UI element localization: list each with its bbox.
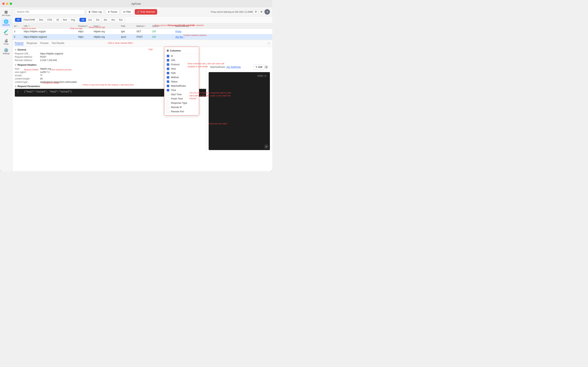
col-label-host: Host [171, 67, 176, 70]
col-option-protocol[interactable]: ✓ Protocol [164, 62, 199, 67]
col-option-id[interactable]: ✓ Id [164, 54, 199, 58]
detail-remote-address: Remote Address : 3.218.7.103:443 [15, 59, 270, 62]
filter-tab-2xx[interactable]: 2xx [94, 18, 102, 22]
tab-test-results[interactable]: Test Results [51, 42, 64, 45]
col-option-response-type[interactable]: Response Type [164, 101, 199, 105]
proxy-icons: ☰ ⊞ [253, 9, 264, 14]
rule-matched-button[interactable]: 🔗 Rule Matched [135, 9, 157, 15]
proxy-icon-grid[interactable]: ⊞ [259, 9, 264, 14]
proxy-icon-list[interactable]: ☰ [253, 9, 258, 14]
sidebar-label-prints: Prints [4, 43, 9, 45]
td-url: https://httpbin.org/post [22, 36, 77, 38]
maximize-button[interactable] [10, 2, 12, 5]
th-id[interactable]: Id ⇅ [12, 25, 22, 27]
editor-icon-btn-1[interactable]: ⊟⊟⊟ [258, 74, 262, 78]
filter-tab-all-type[interactable]: All [15, 18, 22, 22]
td-matched-rules[interactable]: Api Test Prints [174, 36, 187, 38]
th-method[interactable]: Method ⇅ [135, 25, 151, 27]
col-option-status[interactable]: ✓ Status [164, 80, 199, 84]
table-row-selected[interactable]: 5 https://httpbin.org/post https: httpbi… [12, 34, 272, 40]
col-checkbox-finish-time [167, 97, 169, 100]
search-input[interactable] [15, 9, 85, 15]
minimize-button[interactable] [6, 2, 8, 5]
params-chevron: ▼ [15, 85, 17, 87]
sidebar-item-settings[interactable]: ⚙️ Settings [1, 47, 12, 56]
tab-request[interactable]: Request [15, 42, 24, 45]
request-url-label: Request URL : [15, 52, 40, 55]
table-row[interactable]: 3 https://httpbin.org/get https: httpbin… [12, 29, 272, 34]
status-filter-group: All 1xx 2xx 3xx 4xx 5xx [79, 18, 125, 22]
filter-button[interactable]: ⊟ Filter [121, 9, 133, 15]
filter-tab-all-status[interactable]: All [80, 18, 86, 22]
col-label-path: Path [171, 72, 176, 75]
rule-matched-icon: 🔗 [137, 10, 140, 13]
pause-button[interactable]: ⏸ Pause [105, 9, 119, 15]
th-host[interactable]: Host ⇅ [92, 25, 119, 27]
sidebar-item-network[interactable]: 🌐 Network [1, 18, 12, 27]
user-avatar[interactable]: J [264, 9, 270, 15]
filter-tab-js[interactable]: JS [54, 18, 61, 22]
col-option-remote-ip[interactable]: Remote IP [164, 105, 199, 109]
filter-tab-css[interactable]: CSS [45, 18, 54, 22]
th-path[interactable]: Path [119, 25, 135, 27]
tab-preview[interactable]: Preview [40, 42, 49, 45]
user-agent-value: curl/8.7.1 [40, 71, 50, 74]
th-url[interactable]: URL ⇅ [22, 25, 77, 27]
col-option-path[interactable]: ✓ Path [164, 71, 199, 75]
col-option-finish-time[interactable]: Finish Time [164, 97, 199, 101]
matched-rules-header-row: MatchedRules: Api TestPrints ✎ Edit ✕ [209, 64, 270, 71]
td-status: 200 [151, 30, 174, 33]
filter-tab-4xx[interactable]: 4xx [109, 18, 117, 22]
filter-tab-font[interactable]: font [61, 18, 69, 22]
col-checkbox-method: ✓ [167, 76, 169, 79]
col-option-remote-port[interactable]: Remote Port [164, 109, 199, 114]
matched-rule-link[interactable]: Api TestPrints [227, 66, 241, 68]
col-option-start-time[interactable]: Start Time [164, 92, 199, 97]
col-option-matched-rules[interactable]: ✓ MatchedRules [164, 84, 199, 88]
filter-tab-3xx[interactable]: 3xx [102, 18, 109, 22]
filter-tab-doc[interactable]: Doc [37, 18, 45, 22]
edit-button[interactable]: ✎ Edit [253, 65, 264, 70]
user-initial: J [267, 10, 268, 13]
col-option-time[interactable]: ✓ Time [164, 88, 199, 92]
general-chevron: ▼ [15, 49, 17, 51]
td-matched-rules[interactable]: Prints [174, 30, 187, 33]
col-option-url[interactable]: ✓ URL [164, 58, 199, 62]
sidebar-item-api-rules[interactable]: ⊞ API Rules [1, 9, 12, 18]
editor-toolbar: ⊟⊟⊟ ⊡ [211, 74, 268, 78]
col-checkbox-status: ✓ [167, 80, 169, 83]
filter-tab-1xx[interactable]: 1xx [86, 18, 94, 22]
section-general-header[interactable]: ▼ General [15, 48, 270, 51]
col-label-protocol: Protocol [171, 63, 179, 66]
tab-response[interactable]: Response [27, 42, 37, 45]
pause-label: Pause [111, 10, 117, 13]
close-panel-button[interactable]: ✕ [264, 65, 268, 69]
editor-icon-btn-2[interactable]: ⊡ [263, 74, 268, 78]
th-status[interactable]: Status ⇅ [151, 25, 174, 27]
col-label-response-type: Response Type [171, 102, 187, 104]
col-checkbox-path: ✓ [167, 72, 169, 75]
th-protocol[interactable]: Protocol ⇅ [77, 25, 92, 27]
api-rules-icon: ⊞ [4, 10, 8, 14]
filter-tab-img[interactable]: Img [69, 18, 77, 22]
sidebar-label-network: Network [2, 24, 10, 26]
request-method-label: Request Method : [15, 56, 40, 58]
th-matched-rules[interactable]: MatchedRules [174, 25, 187, 27]
sidebar-label-settings: Settings [2, 52, 9, 55]
col-option-method[interactable]: ✓ Method [164, 75, 199, 80]
traffic-lights [2, 2, 12, 5]
filter-tab-5xx[interactable]: 5xx [117, 18, 125, 22]
clear-log-button[interactable]: 🗑 Clear Log [86, 9, 104, 15]
settings-icon: ⚙️ [4, 48, 8, 52]
close-button[interactable] [2, 2, 5, 5]
col-label-url: URL [171, 59, 176, 62]
sidebar-item-test[interactable]: 🧪 Test [1, 28, 12, 37]
main-content: 🗑 Clear Log ⏸ Pause ⊟ Filter 🔗 Rule Matc… [12, 7, 272, 171]
fullscreen-button[interactable]: ⤢ [264, 145, 268, 149]
columns-icon: ⊞ [167, 49, 169, 52]
filter-tab-fetch-xhr[interactable]: Fetch/XHR [22, 18, 37, 22]
titlebar: ApiTune [0, 0, 272, 7]
sidebar-item-prints[interactable]: 🖨 Prints [1, 38, 12, 46]
col-option-host[interactable]: ✓ Host [164, 67, 199, 71]
matched-rules-label: MatchedRules: Api TestPrints [210, 66, 241, 68]
